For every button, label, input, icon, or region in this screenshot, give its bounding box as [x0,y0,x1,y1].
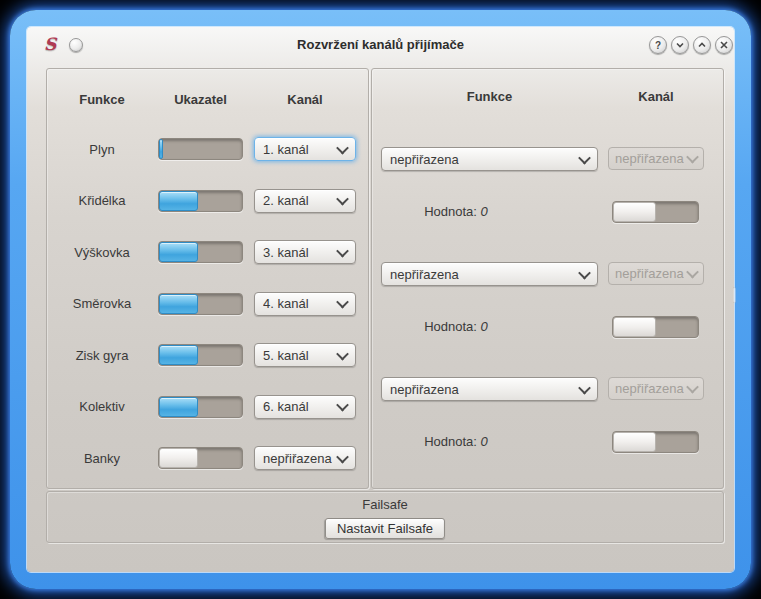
chevron-down-icon [336,450,349,463]
chevron-down-icon [578,381,591,394]
channel-indicator-bar [158,344,243,366]
chevron-up-icon [698,42,706,48]
aux-function-group: nepřiřazenanepřiřazenaHodnota: 0 [372,377,723,457]
header-kanal: Kanál [608,89,704,104]
value-caption: Hodnota: [424,434,477,449]
aux-function-value: nepřiřazena [390,152,459,167]
value-label: Hodnota: 0 [381,204,531,219]
function-label: Křidélka [47,193,157,208]
channel-select-value: 3. kanál [263,245,309,260]
close-button[interactable] [715,36,733,54]
window-glow-frame: S Rozvržení kanálů přijímače ? Funkce Uk… [10,10,751,589]
left-panel-header-row: Funkce Ukazatel Kanál [47,86,366,112]
value-indicator-bar [612,431,699,453]
aux-function-value: nepřiřazena [390,267,459,282]
aux-functions-panel: Funkce Kanál nepřiřazenanepřiřazenaHodno… [371,68,724,489]
header-funkce: Funkce [381,89,598,104]
app-window: S Rozvržení kanálů přijímače ? Funkce Uk… [27,27,734,572]
aux-function-group: nepřiřazenanepřiřazenaHodnota: 0 [372,262,723,342]
right-panel-header-row: Funkce Kanál [372,89,723,115]
titlebar[interactable]: S Rozvržení kanálů přijímače ? [27,27,734,63]
function-label: Banky [47,451,157,466]
aux-function-value: nepřiřazena [390,382,459,397]
close-icon [720,41,728,49]
chevron-down-icon [336,347,349,360]
help-button[interactable]: ? [649,36,667,54]
value-number: 0 [481,434,488,449]
chevron-down-icon [336,296,349,309]
function-row: Výškovka3. kanál [47,239,366,265]
channel-select[interactable]: 3. kanál [254,240,356,264]
header-kanal: Kanál [244,92,366,107]
channel-select-value: 4. kanál [263,296,309,311]
channel-select[interactable]: 1. kanál [254,137,356,161]
chevron-down-icon [686,381,699,394]
channel-indicator-bar [158,396,243,418]
value-caption: Hodnota: [424,319,477,334]
function-label: Směrovka [47,296,157,311]
value-label: Hodnota: 0 [381,319,531,334]
resize-grip[interactable] [733,287,736,303]
channel-indicator-bar [158,241,243,263]
channel-select[interactable]: 6. kanál [254,395,356,419]
function-row: Křidélka2. kanál [47,188,366,214]
channel-select-value: 6. kanál [263,399,309,414]
function-label: Plyn [47,142,157,157]
header-ukazatel: Ukazatel [157,92,244,107]
aux-function-group: nepřiřazenanepřiřazenaHodnota: 0 [372,147,723,227]
chevron-down-icon [336,244,349,257]
value-caption: Hodnota: [424,204,477,219]
function-row: Zisk gyra5. kanál [47,342,366,368]
value-indicator-bar [612,316,699,338]
function-label: Kolektiv [47,399,157,414]
chevron-down-icon [578,266,591,279]
window-title: Rozvržení kanálů přijímače [27,37,734,52]
value-indicator-bar [612,201,699,223]
value-label: Hodnota: 0 [381,434,531,449]
channel-select-value: 1. kanál [263,142,309,157]
set-failsafe-button[interactable]: Nastavit Failsafe [325,518,445,539]
maximize-button[interactable] [693,36,711,54]
aux-function-select[interactable]: nepřiřazena [381,262,598,286]
failsafe-panel: Failsafe Nastavit Failsafe [46,491,724,543]
channel-select[interactable]: nepřiřazena [254,446,356,470]
function-row: Bankynepřiřazena [47,445,366,471]
function-label: Zisk gyra [47,348,157,363]
channel-select[interactable]: 2. kanál [254,189,356,213]
channel-select[interactable]: 4. kanál [254,292,356,316]
channel-indicator-bar [158,138,243,160]
desktop-background: S Rozvržení kanálů přijímače ? Funkce Uk… [0,0,761,599]
chevron-down-icon [686,151,699,164]
channel-select-value: nepřiřazena [263,451,332,466]
channel-indicator-bar [158,293,243,315]
chevron-down-icon [686,266,699,279]
chevron-down-icon [578,151,591,164]
channel-select-value: 5. kanál [263,348,309,363]
channel-indicator-bar [158,190,243,212]
minimize-button[interactable] [671,36,689,54]
aux-channel-value: nepřiřazena [615,266,684,281]
chevron-down-icon [676,42,684,48]
channel-select-value: 2. kanál [263,193,309,208]
channel-select[interactable]: 5. kanál [254,343,356,367]
value-number: 0 [481,204,488,219]
chevron-down-icon [336,141,349,154]
channel-indicator-bar [158,447,243,469]
function-row: Plyn1. kanál [47,136,366,162]
aux-channel-select: nepřiřazena [608,262,704,285]
function-label: Výškovka [47,245,157,260]
chevron-down-icon [336,193,349,206]
aux-function-select[interactable]: nepřiřazena [381,147,598,171]
aux-function-select[interactable]: nepřiřazena [381,377,598,401]
failsafe-label: Failsafe [47,497,723,512]
aux-channel-value: nepřiřazena [615,381,684,396]
value-number: 0 [481,319,488,334]
function-row: Směrovka4. kanál [47,291,366,317]
channel-mapping-panel: Funkce Ukazatel Kanál Plyn1. kanálKřidél… [46,68,369,489]
chevron-down-icon [336,399,349,412]
aux-channel-select: nepřiřazena [608,377,704,400]
aux-channel-select: nepřiřazena [608,147,704,170]
function-row: Kolektiv6. kanál [47,394,366,420]
aux-channel-value: nepřiřazena [615,151,684,166]
header-funkce: Funkce [47,92,157,107]
